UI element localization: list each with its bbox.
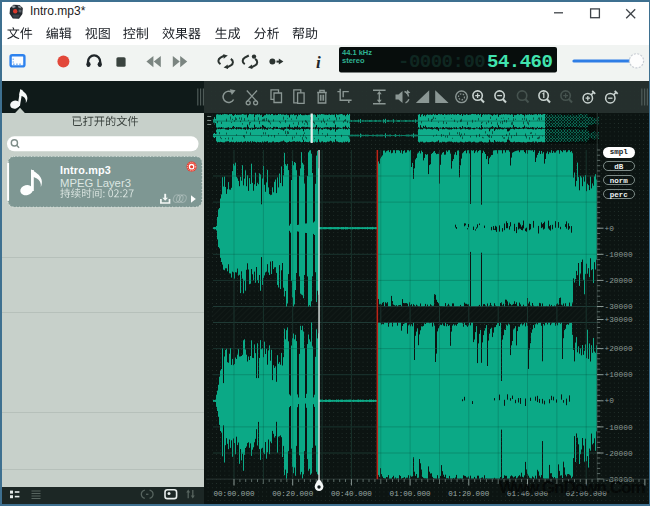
svg-text:-10000: -10000 — [605, 424, 633, 432]
svg-text:01:20.000: 01:20.000 — [448, 490, 489, 498]
svg-text:i: i — [316, 53, 321, 72]
svg-text:+0: +0 — [605, 397, 615, 405]
svg-text:01:00.000: 01:00.000 — [390, 490, 431, 498]
svg-text:+10000: +10000 — [605, 371, 633, 379]
svg-text:00:20.000: 00:20.000 — [272, 490, 313, 498]
svg-text:-20000: -20000 — [605, 450, 633, 458]
svg-text:-30000: -30000 — [605, 303, 633, 311]
svg-text:+30000: +30000 — [605, 316, 633, 324]
svg-text:-20000: -20000 — [605, 277, 633, 285]
svg-text:+20000: +20000 — [605, 345, 633, 353]
svg-text:00:40.000: 00:40.000 — [331, 490, 372, 498]
svg-text:-10000: -10000 — [605, 251, 633, 259]
svg-text:00:00.000: 00:00.000 — [213, 490, 254, 498]
svg-text:+0: +0 — [605, 225, 615, 233]
